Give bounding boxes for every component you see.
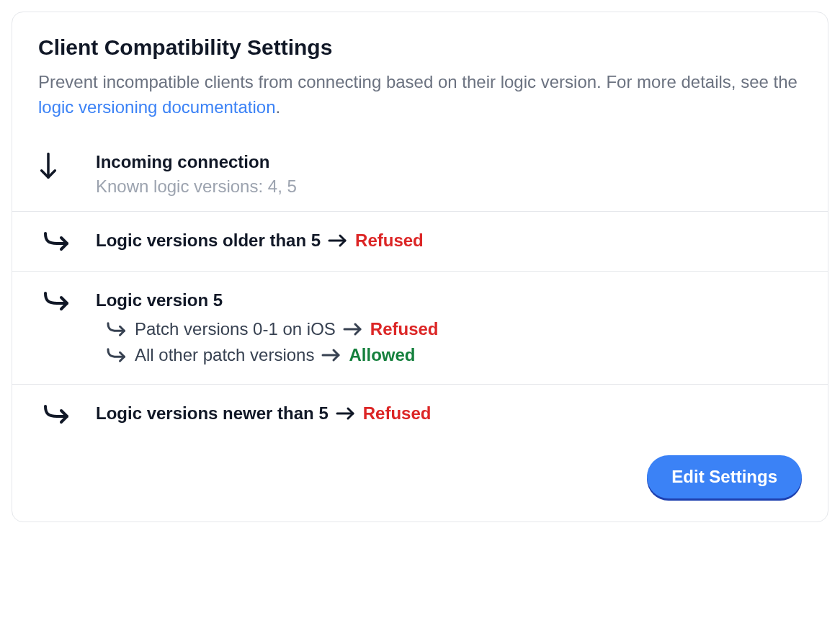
card-header: Client Compatibility Settings Prevent in… [12,12,828,138]
subrule-status: Refused [370,319,439,339]
arrow-right-icon [336,406,356,421]
card-footer: Edit Settings [12,444,828,522]
corner-arrow-icon [38,231,76,252]
rule-current-section: Logic version 5 Patch versions 0-1 on iO… [12,271,828,384]
rule-newer-status: Refused [363,403,432,424]
card-description: Prevent incompatible clients from connec… [38,70,802,120]
arrow-down-icon [38,152,76,181]
incoming-body: Incoming connection Known logic versions… [96,152,802,197]
description-prefix: Prevent incompatible clients from connec… [38,72,797,91]
rule-newer-label: Logic versions newer than 5 [96,403,329,424]
corner-arrow-small-icon [106,346,128,364]
subrule-status: Allowed [349,345,415,365]
corner-arrow-icon [38,403,76,425]
subrule-label: All other patch versions [135,345,314,365]
incoming-title: Incoming connection [96,152,802,172]
docs-link[interactable]: logic versioning documentation [38,97,276,117]
subrule-label: Patch versions 0-1 on iOS [135,319,336,339]
rule-older-label: Logic versions older than 5 [96,231,321,251]
corner-arrow-small-icon [106,321,128,338]
corner-arrow-icon [38,290,76,312]
edit-settings-button[interactable]: Edit Settings [647,455,802,498]
rule-current-body: Logic version 5 Patch versions 0-1 on iO… [96,290,802,365]
compatibility-settings-card: Client Compatibility Settings Prevent in… [12,12,828,522]
card-title: Client Compatibility Settings [38,35,802,60]
rule-newer-section: Logic versions newer than 5 Refused [12,384,828,444]
rule-older-section: Logic versions older than 5 Refused [12,211,828,271]
incoming-subtitle: Known logic versions: 4, 5 [96,176,802,197]
rule-newer-body: Logic versions newer than 5 Refused [96,403,802,424]
arrow-right-icon [321,348,341,362]
arrow-right-icon [343,322,363,336]
arrow-right-icon [328,233,348,248]
rule-older-body: Logic versions older than 5 Refused [96,231,802,251]
description-suffix: . [276,97,281,117]
subrule-row: Patch versions 0-1 on iOS Refused [96,319,802,339]
subrule-row: All other patch versions Allowed [96,345,802,365]
rule-current-label: Logic version 5 [96,290,802,310]
rule-older-status: Refused [355,231,424,251]
incoming-section: Incoming connection Known logic versions… [12,138,828,211]
